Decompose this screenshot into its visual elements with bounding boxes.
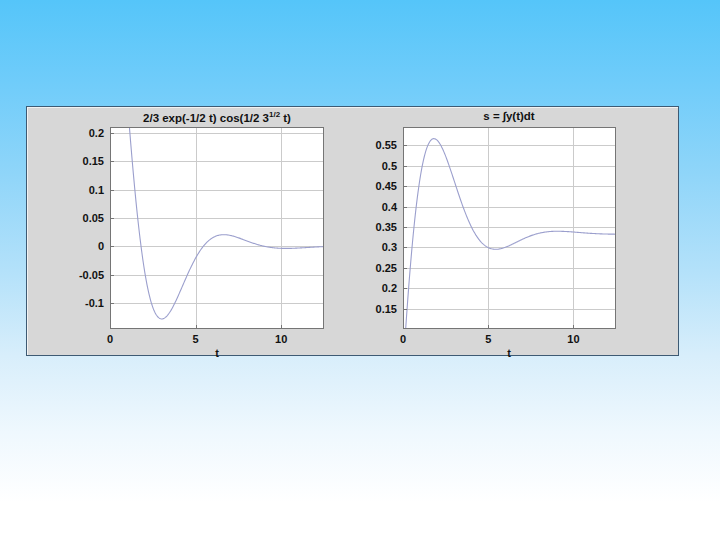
plot-right-ytick-0.35: 0.35: [347, 220, 397, 234]
plot-left-ytick-0.2: 0.2: [54, 126, 104, 140]
plot-right-ytick-0.55: 0.55: [347, 138, 397, 152]
plot-left-ytick-0.05: 0.05: [54, 211, 104, 225]
plot-right-ytick-0.4: 0.4: [347, 200, 397, 214]
plot-left-title: 2/3 exp(-1/2 t) cos(1/2 31/2 t): [77, 110, 357, 124]
plot-right-xtick-0: 0: [388, 333, 418, 346]
plot-left-xtick-5: 5: [181, 333, 211, 346]
plot-left-xlabel: t: [202, 347, 232, 359]
plot-left-ytick-0.15: 0.15: [54, 154, 104, 168]
plot-right-ytick-0.5: 0.5: [347, 159, 397, 173]
plot-left-title-main: 2/3 exp(-1/2 t) cos(1/2 3: [143, 112, 269, 124]
figure-panel: 2/3 exp(-1/2 t) cos(1/2 31/2 t) s = ∫y(t…: [26, 106, 679, 356]
plot-left-plot-area: [110, 127, 324, 329]
plot-left-xtick-0: 0: [95, 333, 125, 346]
plot-right-title-main: s = ∫y(t)dt: [483, 110, 534, 122]
plot-right-xtick-10: 10: [558, 333, 588, 346]
plot-left-ytick--0.1: -0.1: [54, 296, 104, 310]
plot-left-ytick-0.1: 0.1: [54, 183, 104, 197]
plot-right-plot-area: [403, 127, 616, 329]
plot-right-ytick-0.15: 0.15: [347, 302, 397, 316]
plot-right-ytick-0.45: 0.45: [347, 179, 397, 193]
plot-right-ytick-0.2: 0.2: [347, 281, 397, 295]
plot-left-ytick-0: 0: [54, 239, 104, 253]
plot-right-xlabel: t: [494, 347, 524, 359]
plot-left-xtick-10: 10: [266, 333, 296, 346]
plot-left-plot-background: [110, 127, 324, 329]
plot-left-title-tail: t): [280, 112, 291, 124]
slide-background: 2/3 exp(-1/2 t) cos(1/2 31/2 t) s = ∫y(t…: [0, 0, 720, 540]
plot-left-ytick--0.05: -0.05: [54, 268, 104, 282]
plot-right-ytick-0.25: 0.25: [347, 261, 397, 275]
plot-left-title-superscript: 1/2: [269, 110, 280, 119]
plot-right-title: s = ∫y(t)dt: [369, 110, 649, 122]
plot-right-xtick-5: 5: [473, 333, 503, 346]
plot-right-ytick-0.3: 0.3: [347, 240, 397, 254]
